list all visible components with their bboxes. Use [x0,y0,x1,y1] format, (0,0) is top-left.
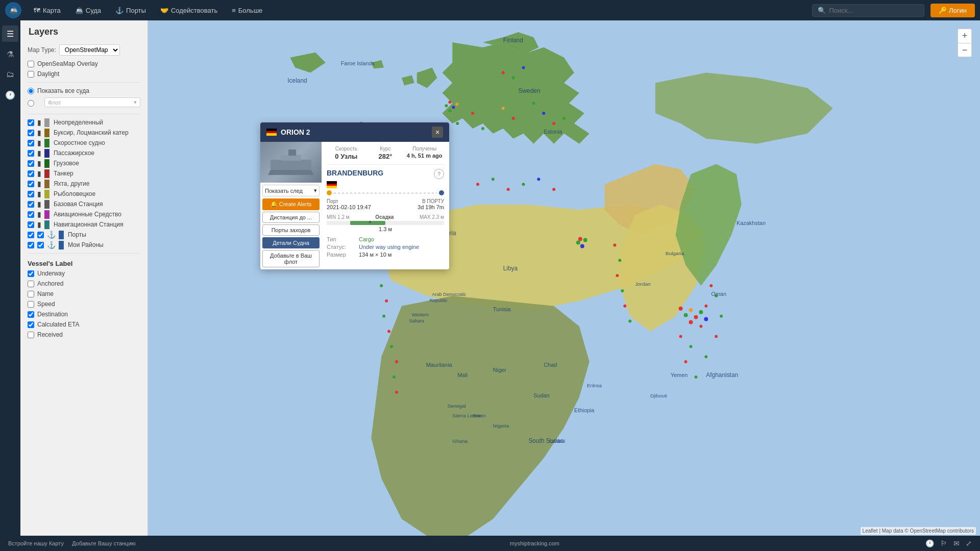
vessel-label-row: Calculated ETA [20,319,148,330]
search-bar[interactable]: 🔍 [812,4,924,17]
svg-point-40 [704,355,707,358]
svg-point-84 [576,241,580,245]
vessel-type-checkbox[interactable] [28,221,34,228]
add-to-fleet-button[interactable]: Добавьте в Ваш флот [262,250,320,267]
svg-point-6 [502,107,505,110]
draught-max-label: MAX 2.3 м [420,214,444,220]
svg-point-87 [583,238,587,242]
vessel-type-checkbox[interactable] [28,201,34,208]
vessel-label-title: Vessel's Label [20,257,148,268]
ports-visited-button[interactable]: Порты заходов [262,224,320,236]
vessel-type-row: ⚓ █ Мои Районы [20,240,148,250]
map-type-select[interactable]: OpenStreetMap [59,44,120,56]
nav-item-map[interactable]: 🗺 Карта [28,5,67,16]
ship-flag [266,129,277,136]
vessel-color-indicator: █ [44,180,50,188]
vessel-label-checkbox[interactable] [28,321,34,328]
svg-text:Nigeria: Nigeria [493,423,509,429]
svg-text:Mali: Mali [457,372,468,378]
vessel-type-checkbox[interactable] [28,150,34,157]
clock-bottom-icon[interactable]: 🕐 [925,539,934,547]
vessel-type-checkbox[interactable] [28,119,34,126]
vessel-details-button[interactable]: Детали Судна [262,237,320,248]
vessel-label-checkbox[interactable] [28,332,34,338]
embed-map-link[interactable]: Встройте нашу Карту [8,540,64,546]
openseanmap-label: OpenSeaMap Overlay [37,60,98,67]
zoom-out-button[interactable]: − [958,43,972,57]
vessel-type-icon: ▮ [37,169,41,178]
svg-point-8 [532,102,535,105]
filter-sidebar-icon[interactable]: ⚗ [2,46,18,62]
vessel-label-checkbox[interactable] [28,291,34,297]
popup-stats: Скорость 0 Узлы Курс 282° Получены 4 h, … [327,146,444,165]
vessel-label-checkbox[interactable] [28,281,34,287]
map-area[interactable]: Iceland Faroe Islands Finland Sweden Est… [148,20,980,551]
vessel-type-checkbox[interactable] [28,160,34,167]
nav-item-ports[interactable]: ⚓ Порты [109,5,152,16]
follow-button[interactable]: Показать след ▾ [262,185,320,196]
vessel-type-checkbox[interactable] [28,130,34,136]
layers-sidebar-icon[interactable]: 🗂 [2,66,18,83]
show-all-radio[interactable] [28,88,34,94]
vessel-color-indicator: █ [44,139,50,147]
daylight-checkbox[interactable] [28,71,34,78]
svg-point-11 [562,117,566,120]
vessel-type-checkbox[interactable] [28,211,34,218]
vessel-color-indicator: █ [44,200,50,208]
nav-item-cooperate[interactable]: 🤝 Содействовать [154,5,224,16]
svg-text:Kazakhstan: Kazakhstan [737,220,766,226]
from-datetime: 2021-02-10 19:47 [327,204,371,210]
status-key: Статус: [327,244,355,250]
zoom-in-button[interactable]: + [958,29,972,43]
vessel-type-row: ▮ █ Танкер [20,168,148,179]
logo[interactable]: 🚢 [5,2,21,18]
popup-close-button[interactable]: × [432,127,443,138]
vessel-type-checkbox[interactable] [28,242,34,248]
svg-point-92 [699,310,703,314]
history-sidebar-icon[interactable]: 🕐 [2,87,18,103]
ship-image [260,142,322,183]
nav-item-more[interactable]: ≡ Больше [226,5,268,16]
svg-text:Chad: Chad [544,362,557,368]
top-navigation: 🚢 🗺 Карта 🚢 Суда ⚓ Порты 🤝 Содействовать… [0,0,980,20]
email-bottom-icon[interactable]: ✉ [953,539,960,547]
vessel-type-checkbox[interactable] [28,181,34,187]
svg-point-7 [512,117,515,120]
search-input[interactable] [829,7,916,14]
vessel-label-checkbox[interactable] [28,311,34,318]
vessel-type-checkbox2[interactable] [37,242,44,248]
vessel-type-row: ▮ █ Неопределенный [20,117,148,128]
svg-text:Afghanistan: Afghanistan [706,371,738,379]
vessel-color-indicator: █ [44,169,50,178]
vessel-label-checkbox[interactable] [28,270,34,277]
create-alerts-button[interactable]: 🔔 Create Alerts [262,198,320,210]
vessel-color-indicator: █ [44,118,50,127]
login-button[interactable]: 🔑 Логин [930,4,975,17]
svg-text:Jordan: Jordan [635,281,650,287]
follow-arrow: ▾ [314,187,317,194]
flag-bottom-icon[interactable]: 🏳 [940,539,947,547]
popup-actions: Показать след ▾ 🔔 Create Alerts Дистанци… [260,183,322,269]
fleet-dropdown[interactable]: Флот ▾ [44,97,140,107]
vessel-type-checkbox[interactable] [28,191,34,197]
expand-bottom-icon[interactable]: ⤢ [966,539,972,547]
svg-text:Tunisia: Tunisia [493,306,511,312]
nav-item-vessels[interactable]: 🚢 Суда [69,5,107,16]
svg-point-21 [387,330,390,333]
menu-sidebar-icon[interactable]: ☰ [2,26,18,42]
help-icon[interactable]: ? [434,169,444,179]
vessel-type-label: Порты [68,231,86,238]
distance-button[interactable]: Дистанция до ... [262,212,320,223]
vessel-type-checkbox[interactable] [28,140,34,146]
vessel-type-checkbox[interactable] [28,170,34,177]
openseanmap-checkbox[interactable] [28,61,34,67]
add-station-link[interactable]: Добавьте Вашу станцию [72,540,136,546]
vessel-label-checkbox[interactable] [28,301,34,308]
fleet-radio[interactable] [28,100,34,107]
popup-info-rows: Тип Cargo Статус: Under way using engine… [327,236,444,258]
vessel-type-label: Базовая Станция [54,201,103,208]
vessel-type-checkbox[interactable] [28,232,34,238]
svg-text:Sahara: Sahara [409,318,424,323]
vessel-type-checkbox2[interactable] [37,232,44,238]
vessel-type-label: Пассажирское [54,149,94,157]
